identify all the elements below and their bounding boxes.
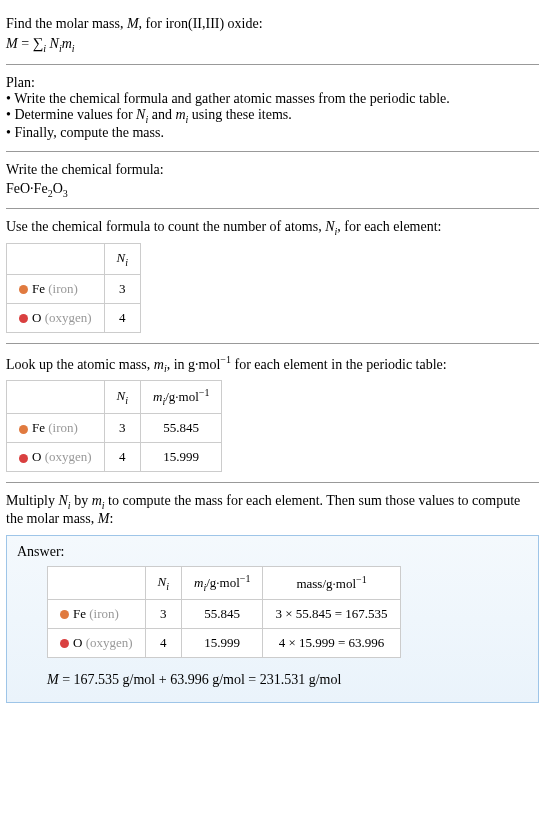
final-text: = 167.535 g/mol + 63.996 g/mol = 231.531…	[59, 672, 342, 687]
lookup-mid: , in g·mol	[167, 356, 221, 371]
element-symbol: Fe	[73, 606, 86, 621]
mult-N: N	[59, 493, 68, 508]
col-element-blank	[7, 244, 105, 275]
col-m-sup: −1	[240, 573, 251, 584]
plan-section: Plan: • Write the chemical formula and g…	[6, 65, 539, 152]
formula-m-sub: i	[72, 43, 75, 54]
col-N: N	[117, 250, 126, 265]
element-desc: (iron)	[89, 606, 119, 621]
lookup-header: Look up the atomic mass, mi, in g·mol−1 …	[6, 354, 539, 374]
col-m-unit: /g·mol	[165, 390, 199, 405]
cell-n: 3	[104, 414, 140, 443]
col-Ni: Ni	[104, 244, 140, 275]
answer-box: Answer: Ni mi/g·mol−1 mass/g·mol−1 Fe (i…	[6, 535, 539, 703]
lookup-sup: −1	[220, 354, 231, 365]
element-swatch	[19, 454, 28, 463]
element-symbol: O	[32, 449, 41, 464]
col-Nsub: i	[125, 395, 128, 406]
element-swatch	[19, 314, 28, 323]
table-header-row: Ni mi/g·mol−1	[7, 381, 222, 414]
element-desc: (oxygen)	[45, 449, 92, 464]
element-desc: (oxygen)	[45, 310, 92, 325]
formula-lhs: M	[6, 36, 18, 51]
intro-var-M: M	[127, 16, 139, 31]
element-swatch	[19, 285, 28, 294]
plan-item-3: • Finally, compute the mass.	[6, 125, 539, 141]
count-var: N	[325, 219, 334, 234]
col-mi: mi/g·mol−1	[141, 381, 222, 414]
final-molar-mass: M = 167.535 g/mol + 63.996 g/mol = 231.5…	[47, 672, 528, 688]
lookup-table: Ni mi/g·mol−1 Fe (iron) 3 55.845 O (oxyg…	[6, 380, 222, 472]
answer-inner: Ni mi/g·mol−1 mass/g·mol−1 Fe (iron) 3 5…	[17, 566, 528, 688]
table-header-row: Ni mi/g·mol−1 mass/g·mol−1	[48, 566, 401, 599]
element-symbol: O	[73, 635, 82, 650]
col-m-sup: −1	[199, 387, 210, 398]
plan-header: Plan:	[6, 75, 539, 91]
cell-m: 15.999	[182, 628, 263, 657]
element-symbol: Fe	[32, 281, 45, 296]
cell-n: 4	[145, 628, 181, 657]
chemical-formula-section: Write the chemical formula: FeO·Fe2O3	[6, 152, 539, 210]
col-N: N	[117, 388, 126, 403]
col-mass-sup: −1	[356, 574, 367, 585]
table-row: O (oxygen) 4	[7, 303, 141, 332]
intro-text: Find the molar mass, M, for iron(II,III)…	[6, 16, 539, 32]
cell-mass: 3 × 55.845 = 167.535	[263, 599, 400, 628]
chem-header: Write the chemical formula:	[6, 162, 539, 178]
cell-element: O (oxygen)	[7, 303, 105, 332]
multiply-section: Multiply Ni by mi to compute the mass fo…	[6, 483, 539, 713]
cell-n: 4	[104, 443, 140, 472]
cell-n: 3	[104, 274, 140, 303]
intro-prefix: Find the molar mass,	[6, 16, 127, 31]
cell-element: Fe (iron)	[48, 599, 146, 628]
col-element-blank	[48, 566, 146, 599]
sum-symbol: ∑	[33, 35, 44, 51]
col-Ni: Ni	[104, 381, 140, 414]
count-suffix: , for each element:	[337, 219, 441, 234]
cell-m: 15.999	[141, 443, 222, 472]
cell-n: 3	[145, 599, 181, 628]
intro-section: Find the molar mass, M, for iron(II,III)…	[6, 6, 539, 65]
mult-prefix: Multiply	[6, 493, 59, 508]
lookup-suffix: for each element in the periodic table:	[231, 356, 447, 371]
final-var: M	[47, 672, 59, 687]
col-mi: mi/g·mol−1	[182, 566, 263, 599]
element-desc: (iron)	[48, 281, 78, 296]
cell-element: O (oxygen)	[48, 628, 146, 657]
lookup-var: m	[154, 356, 164, 371]
chemical-formula: FeO·Fe2O3	[6, 181, 539, 199]
col-Nsub: i	[125, 257, 128, 268]
table-row: Fe (iron) 3 55.845 3 × 55.845 = 167.535	[48, 599, 401, 628]
lookup-prefix: Look up the atomic mass,	[6, 356, 154, 371]
col-mass-text: mass/g·mol	[296, 576, 356, 591]
col-mass: mass/g·mol−1	[263, 566, 400, 599]
chem-pre: FeO·Fe	[6, 181, 48, 196]
formula-m: m	[62, 36, 72, 51]
chem-mid: O	[53, 181, 63, 196]
element-swatch	[19, 425, 28, 434]
plan-item-1: • Write the chemical formula and gather …	[6, 91, 539, 107]
count-prefix: Use the chemical formula to count the nu…	[6, 219, 325, 234]
col-m-unit: /g·mol	[206, 575, 240, 590]
plan-item-2: • Determine values for Ni and mi using t…	[6, 107, 539, 125]
table-row: O (oxygen) 4 15.999	[7, 443, 222, 472]
table-header-row: Ni	[7, 244, 141, 275]
cell-mass: 4 × 15.999 = 63.996	[263, 628, 400, 657]
col-m: m	[153, 390, 162, 405]
cell-m: 55.845	[141, 414, 222, 443]
cell-element: O (oxygen)	[7, 443, 105, 472]
mult-by: by	[71, 493, 92, 508]
element-swatch	[60, 610, 69, 619]
plan2-mid: and	[148, 107, 175, 122]
cell-n: 4	[104, 303, 140, 332]
cell-m: 55.845	[182, 599, 263, 628]
answer-label: Answer:	[17, 544, 528, 560]
intro-suffix: , for iron(II,III) oxide:	[139, 16, 263, 31]
table-row: Fe (iron) 3 55.845	[7, 414, 222, 443]
plan2-suffix: using these items.	[188, 107, 291, 122]
col-N: N	[158, 574, 167, 589]
col-element-blank	[7, 381, 105, 414]
element-swatch	[60, 639, 69, 648]
element-symbol: Fe	[32, 420, 45, 435]
table-row: Fe (iron) 3	[7, 274, 141, 303]
